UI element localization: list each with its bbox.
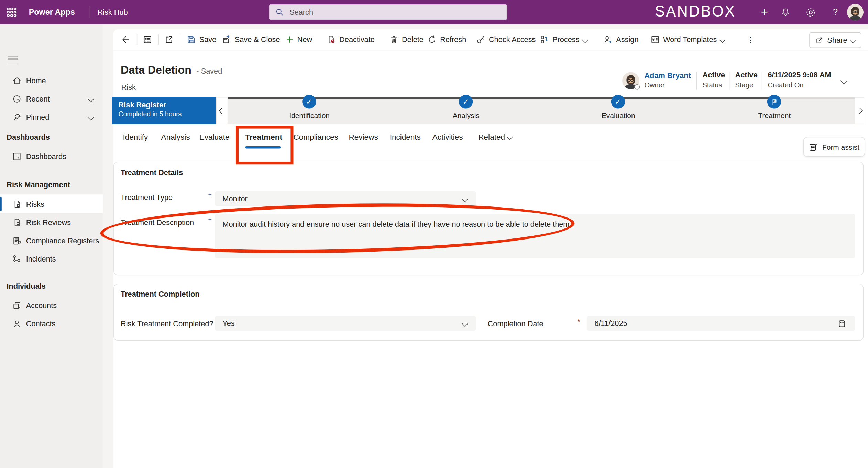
document-search-icon — [12, 218, 21, 227]
tab-related[interactable]: Related — [478, 130, 512, 144]
tab-evaluate[interactable]: Evaluate — [199, 130, 230, 144]
risk-document-icon — [12, 199, 21, 209]
chevron-down-icon — [582, 36, 588, 43]
business-recommended-marker: + — [208, 191, 211, 198]
risk-treatment-completed-label: Risk Treatment Completed? — [121, 320, 213, 328]
bpf-collapse-button[interactable] — [216, 97, 228, 124]
flowchart-icon — [12, 254, 21, 264]
sidebar-item-label: Compliance Registers — [26, 237, 99, 245]
save-button[interactable]: Save — [187, 29, 217, 50]
business-recommended-marker: + — [208, 216, 211, 223]
tab-reviews[interactable]: Reviews — [349, 130, 378, 144]
treatment-description-label: Treatment Description — [121, 218, 194, 226]
home-icon — [12, 76, 21, 85]
sidebar-item-compliance-registers[interactable]: Compliance Registers — [0, 232, 103, 250]
notifications-bell-icon[interactable] — [777, 0, 794, 24]
bpf-stage-label[interactable]: Evaluation — [574, 111, 663, 120]
sidebar-item-dashboards[interactable]: Dashboards — [0, 147, 103, 166]
sidebar-item-risk-reviews[interactable]: Risk Reviews — [0, 213, 103, 232]
bpf-stage-treatment-flag-icon[interactable] — [767, 95, 781, 108]
new-button[interactable]: New — [286, 29, 312, 50]
help-icon[interactable]: ? — [827, 0, 844, 24]
tab-treatment[interactable]: Treatment — [245, 130, 282, 144]
created-on-value: 6/11/2025 9:08 AM — [768, 71, 831, 79]
sidebar-item-label: Risk Reviews — [26, 218, 71, 226]
date-picker-icon[interactable] — [837, 319, 846, 328]
share-button[interactable]: Share — [809, 32, 861, 48]
sidebar-item-pinned[interactable]: Pinned — [0, 108, 103, 126]
bpf-stage-analysis-check-icon[interactable]: ✓ — [459, 95, 473, 108]
check-access-button[interactable]: Check Access — [476, 29, 536, 50]
bpf-stage-label[interactable]: Identification — [265, 111, 354, 120]
back-button[interactable] — [121, 29, 130, 50]
process-button[interactable]: Process — [540, 29, 587, 50]
form-selector-button[interactable] — [143, 29, 152, 50]
tab-identify[interactable]: Identify — [123, 130, 148, 144]
completion-date-label: Completion Date — [488, 320, 543, 328]
global-search[interactable] — [269, 4, 507, 20]
bpf-process-status: Completed in 5 hours — [119, 110, 216, 118]
treatment-description-textarea[interactable]: Monitor audit history and ensure no user… — [215, 214, 855, 258]
save-and-close-button[interactable]: Save & Close — [222, 29, 280, 50]
settings-gear-icon[interactable] — [802, 0, 818, 24]
sidebar-item-incidents[interactable]: Incidents — [0, 250, 103, 268]
waffle-icon[interactable] — [7, 7, 17, 17]
top-bar: Power Apps Risk Hub SANDBOX + ? — [0, 0, 868, 24]
bpf-next-stage-button[interactable] — [855, 97, 864, 124]
sidebar-item-contacts[interactable]: Contacts — [0, 315, 103, 333]
record-entity-type: Risk — [121, 83, 136, 92]
tab-analysis[interactable]: Analysis — [161, 130, 190, 144]
header-expand-chevron[interactable] — [842, 75, 846, 85]
sidebar-section-individuals: Individuals — [7, 282, 46, 290]
sidebar-item-accounts[interactable]: Accounts — [0, 297, 103, 315]
sidebar-section-risk-management: Risk Management — [7, 181, 70, 189]
new-environment-button[interactable]: + — [756, 0, 773, 24]
bpf-remaining-line — [779, 97, 855, 99]
word-templates-button[interactable]: Word Templates — [650, 29, 725, 50]
deactivate-button[interactable]: Deactivate — [327, 29, 375, 50]
header-divider — [762, 72, 762, 90]
sidebar: Home Recent Pinned Dashboards Dashboards… — [0, 24, 103, 468]
trash-icon — [389, 35, 398, 44]
app-title[interactable]: Power Apps — [29, 0, 75, 24]
account-avatar[interactable] — [847, 4, 864, 20]
form-assist-button[interactable]: Form assist — [803, 137, 865, 157]
bpf-process-name: Risk Register — [119, 101, 216, 109]
sidebar-item-home[interactable]: Home — [0, 72, 103, 90]
owner-name-link[interactable]: Adam Bryant — [644, 72, 691, 80]
sidebar-item-label: Dashboards — [26, 152, 66, 161]
sidebar-item-label: Incidents — [26, 255, 56, 263]
search-input[interactable] — [288, 8, 490, 17]
assign-button[interactable]: Assign — [603, 29, 638, 50]
required-marker: * — [578, 318, 580, 326]
active-tab-indicator — [245, 146, 281, 148]
bpf-stage-identification-check-icon[interactable]: ✓ — [302, 95, 316, 108]
chevron-down-icon — [462, 195, 468, 202]
bpf-process-box[interactable]: Risk Register Completed in 5 hours — [112, 97, 216, 124]
overflow-menu-button[interactable]: ⋮ — [746, 29, 755, 50]
sidebar-item-risks[interactable]: Risks — [0, 194, 103, 213]
tab-compliances[interactable]: Compliances — [293, 130, 338, 144]
delete-button[interactable]: Delete — [389, 29, 424, 50]
treatment-type-dropdown[interactable]: Monitor — [215, 191, 476, 206]
sidebar-toggle-icon[interactable] — [8, 56, 18, 64]
assign-person-icon — [603, 35, 613, 44]
tab-activities[interactable]: Activities — [432, 130, 463, 144]
chevron-down-icon — [507, 134, 513, 140]
dashboard-chart-icon — [12, 152, 21, 161]
sidebar-item-label: Recent — [26, 95, 50, 103]
cmd-divider — [180, 34, 180, 45]
accounts-icon — [12, 301, 21, 310]
bpf-stage-label[interactable]: Treatment — [730, 111, 819, 120]
bpf-stage-evaluation-check-icon[interactable]: ✓ — [611, 95, 625, 108]
bpf-stage-label[interactable]: Analysis — [422, 111, 510, 120]
sidebar-item-recent[interactable]: Recent — [0, 90, 103, 108]
refresh-button[interactable]: Refresh — [427, 29, 466, 50]
open-in-new-window-button[interactable] — [164, 29, 174, 50]
word-document-icon — [650, 35, 660, 44]
completion-date-field[interactable]: 6/11/2025 — [587, 316, 855, 331]
risk-treatment-completed-dropdown[interactable]: Yes — [215, 316, 476, 331]
header-divider — [729, 72, 730, 90]
status-value: Active — [702, 71, 725, 79]
tab-incidents[interactable]: Incidents — [390, 130, 421, 144]
